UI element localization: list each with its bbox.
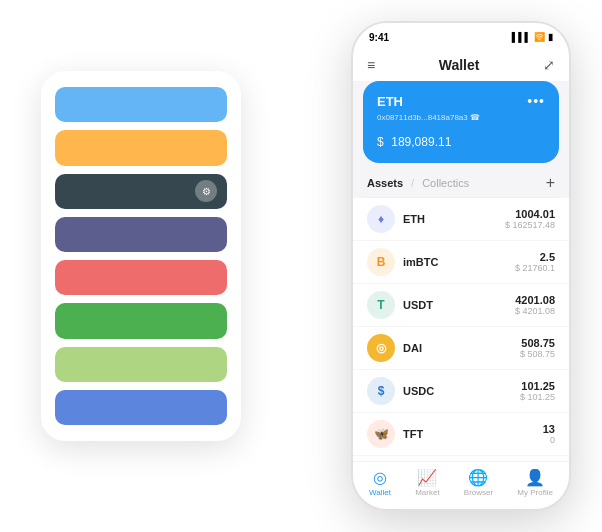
nav-icon-market: 📈 — [417, 470, 437, 486]
wifi-icon: 🛜 — [534, 32, 545, 42]
asset-usd-imbtc: $ 21760.1 — [515, 263, 555, 273]
color-strip-strip-green — [55, 303, 227, 338]
nav-label-profile: My Profile — [517, 488, 553, 497]
tab-assets[interactable]: Assets — [367, 177, 403, 189]
asset-amount-tft: 13 — [543, 423, 555, 435]
nav-label-wallet: Wallet — [369, 488, 391, 497]
assets-header: Assets / Collectics + — [353, 171, 569, 197]
asset-values-imbtc: 2.5$ 21760.1 — [515, 251, 555, 273]
asset-item-usdc[interactable]: $USDC101.25$ 101.25 — [353, 370, 569, 413]
color-strip-strip-red — [55, 260, 227, 295]
nav-item-profile[interactable]: 👤My Profile — [517, 470, 553, 497]
scene: ⚙ 9:41 ▌▌▌ 🛜 ▮ ≡ Wallet ⤢ ETH ••• 0x0871… — [11, 11, 591, 521]
asset-values-eth: 1004.01$ 162517.48 — [505, 208, 555, 230]
nav-label-market: Market — [415, 488, 439, 497]
header-title: Wallet — [439, 57, 480, 73]
nav-item-browser[interactable]: 🌐Browser — [464, 470, 493, 497]
asset-values-dai: 508.75$ 508.75 — [520, 337, 555, 359]
balance-amount: 189,089.11 — [391, 135, 451, 149]
battery-icon: ▮ — [548, 32, 553, 42]
asset-icon-usdc: $ — [367, 377, 395, 405]
nav-icon-browser: 🌐 — [468, 470, 488, 486]
add-asset-button[interactable]: + — [546, 175, 555, 191]
asset-name-usdc: USDC — [403, 385, 520, 397]
eth-card-dots[interactable]: ••• — [527, 93, 545, 109]
asset-name-tft: TFT — [403, 428, 543, 440]
asset-item-imbtc[interactable]: BimBTC2.5$ 21760.1 — [353, 241, 569, 284]
asset-name-usdt: USDT — [403, 299, 515, 311]
asset-usd-usdc: $ 101.25 — [520, 392, 555, 402]
nav-label-browser: Browser — [464, 488, 493, 497]
asset-icon-usdt: T — [367, 291, 395, 319]
asset-values-tft: 130 — [543, 423, 555, 445]
asset-amount-usdc: 101.25 — [520, 380, 555, 392]
asset-usd-eth: $ 162517.48 — [505, 220, 555, 230]
nav-icon-wallet: ◎ — [373, 470, 387, 486]
asset-amount-imbtc: 2.5 — [515, 251, 555, 263]
asset-name-dai: DAI — [403, 342, 520, 354]
eth-card[interactable]: ETH ••• 0x08711d3b...8418a78a3 ☎ $ 189,0… — [363, 81, 559, 163]
bottom-nav: ◎Wallet📈Market🌐Browser👤My Profile — [353, 461, 569, 509]
signal-icon: ▌▌▌ — [512, 32, 531, 42]
phone-header: ≡ Wallet ⤢ — [353, 51, 569, 81]
asset-usd-dai: $ 508.75 — [520, 349, 555, 359]
asset-item-usdt[interactable]: TUSDT4201.08$ 4201.08 — [353, 284, 569, 327]
nav-item-wallet[interactable]: ◎Wallet — [369, 470, 391, 497]
tab-separator: / — [411, 177, 414, 189]
phone-mockup: 9:41 ▌▌▌ 🛜 ▮ ≡ Wallet ⤢ ETH ••• 0x08711d… — [351, 21, 571, 511]
asset-amount-usdt: 4201.08 — [515, 294, 555, 306]
asset-amount-dai: 508.75 — [520, 337, 555, 349]
asset-amount-eth: 1004.01 — [505, 208, 555, 220]
asset-item-eth[interactable]: ♦ETH1004.01$ 162517.48 — [353, 198, 569, 241]
asset-list: ♦ETH1004.01$ 162517.48BimBTC2.5$ 21760.1… — [353, 198, 569, 461]
asset-usd-usdt: $ 4201.08 — [515, 306, 555, 316]
asset-icon-dai: ◎ — [367, 334, 395, 362]
asset-name-eth: ETH — [403, 213, 505, 225]
asset-item-dai[interactable]: ◎DAI508.75$ 508.75 — [353, 327, 569, 370]
asset-icon-imbtc: B — [367, 248, 395, 276]
color-strip-strip-lime — [55, 347, 227, 382]
asset-usd-tft: 0 — [543, 435, 555, 445]
assets-tabs: Assets / Collectics — [367, 177, 469, 189]
eth-card-balance: $ 189,089.11 — [377, 128, 545, 151]
nav-item-market[interactable]: 📈Market — [415, 470, 439, 497]
expand-icon[interactable]: ⤢ — [543, 57, 555, 73]
color-strip-strip-dark: ⚙ — [55, 174, 227, 209]
status-icons: ▌▌▌ 🛜 ▮ — [512, 32, 553, 42]
asset-values-usdt: 4201.08$ 4201.08 — [515, 294, 555, 316]
color-strip-strip-purple — [55, 217, 227, 252]
color-strip-strip-royalblue — [55, 390, 227, 425]
nav-icon-profile: 👤 — [525, 470, 545, 486]
asset-item-tft[interactable]: 🦋TFT130 — [353, 413, 569, 456]
asset-values-usdc: 101.25$ 101.25 — [520, 380, 555, 402]
asset-name-imbtc: imBTC — [403, 256, 515, 268]
eth-card-label: ETH — [377, 94, 403, 109]
asset-icon-tft: 🦋 — [367, 420, 395, 448]
asset-icon-eth: ♦ — [367, 205, 395, 233]
status-bar: 9:41 ▌▌▌ 🛜 ▮ — [353, 23, 569, 51]
menu-icon[interactable]: ≡ — [367, 57, 375, 73]
eth-card-address: 0x08711d3b...8418a78a3 ☎ — [377, 113, 545, 122]
bg-card: ⚙ — [41, 71, 241, 441]
color-strip-strip-orange — [55, 130, 227, 165]
status-time: 9:41 — [369, 32, 389, 43]
currency-symbol: $ — [377, 135, 384, 149]
tab-collectics[interactable]: Collectics — [422, 177, 469, 189]
color-strip-strip-blue — [55, 87, 227, 122]
strip-icon: ⚙ — [195, 180, 217, 202]
